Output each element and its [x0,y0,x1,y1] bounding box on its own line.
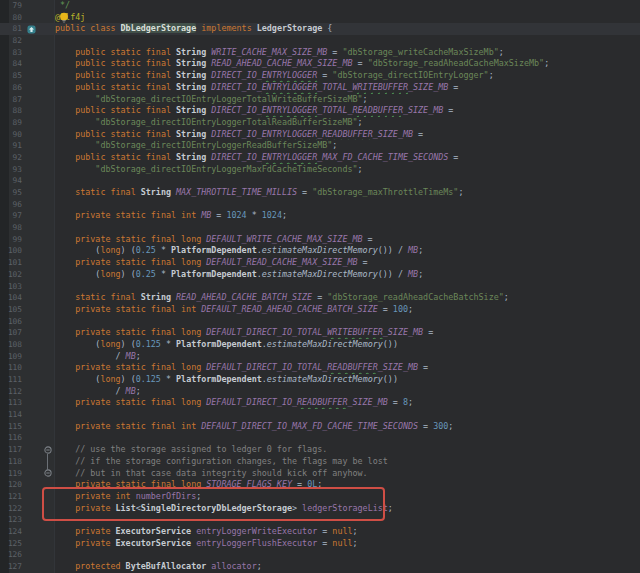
line-number[interactable]: 79 [0,0,22,12]
code-line[interactable]: 96 [0,199,640,211]
code-line[interactable]: 83 public static final String WRITE_CACH… [0,47,640,59]
line-number[interactable]: 125 [0,538,22,550]
gutter-icon-column[interactable] [22,23,40,35]
code-line[interactable]: 101 private static final long DEFAULT_RE… [0,257,640,269]
code-line[interactable]: 90 public static final String DIRECT_IO_… [0,129,640,141]
code-line[interactable]: 98 [0,222,640,234]
line-number[interactable]: 122 [0,503,22,515]
line-number[interactable]: 110 [0,362,22,374]
gutter-icon-column [22,12,40,24]
line-number[interactable]: 126 [0,549,22,561]
code-line[interactable]: 108 (long) (0.125 * PlatformDependent.es… [0,339,640,351]
code-line[interactable]: 82 [0,35,640,47]
code-line[interactable]: 91 "dbStorage_directIOEntryLoggerReadBuf… [0,140,640,152]
code-line[interactable]: 86 public static final String DIRECT_IO_… [0,82,640,94]
line-number[interactable]: 89 [0,117,22,129]
code-line[interactable]: 94 [0,175,640,187]
code-line[interactable]: 113 private static final long DEFAULT_DI… [0,397,640,409]
code-line[interactable]: 109 / MB; [0,351,640,363]
line-number[interactable]: 104 [0,292,22,304]
code-line[interactable]: 117 // use the storage assigned to ledge… [0,444,640,456]
line-number[interactable]: 106 [0,316,22,328]
line-number[interactable]: 84 [0,58,22,70]
code-token: private [55,526,116,536]
code-line[interactable]: 80@Slf4j [0,12,640,24]
code-line[interactable]: 99 private static final long DEFAULT_WRI… [0,234,640,246]
code-line[interactable]: 105 private static final int DEFAULT_REA… [0,304,640,316]
code-line[interactable]: 104 static final String READ_AHEAD_CACHE… [0,292,640,304]
line-number[interactable]: 97 [0,210,22,222]
line-number[interactable]: 98 [0,222,22,234]
code-line[interactable]: 79 */ [0,0,640,12]
code-line[interactable]: 115 private static final int DEFAULT_DIR… [0,421,640,433]
line-number[interactable]: 107 [0,327,22,339]
line-number[interactable]: 105 [0,304,22,316]
line-number[interactable]: 80 [0,12,22,24]
line-number[interactable]: 118 [0,456,22,468]
line-number[interactable]: 108 [0,339,22,351]
line-number[interactable]: 101 [0,257,22,269]
line-number[interactable]: 120 [0,479,22,491]
line-number[interactable]: 127 [0,561,22,573]
code-line[interactable]: 92 public static final String DIRECT_IO_… [0,152,640,164]
intention-bulb-icon[interactable] [59,12,69,26]
code-line[interactable]: 88 public static final String DIRECT_IO_… [0,105,640,117]
line-number[interactable]: 113 [0,397,22,409]
line-number[interactable]: 86 [0,82,22,94]
line-number[interactable]: 115 [0,421,22,433]
line-number[interactable]: 116 [0,432,22,444]
code-line[interactable]: 107 private static final long DEFAULT_DI… [0,327,640,339]
line-number[interactable]: 99 [0,234,22,246]
line-number[interactable]: 94 [0,175,22,187]
line-number[interactable]: 121 [0,491,22,503]
fold-column [40,257,55,269]
code-line[interactable]: 95 static final String MAX_THROTTLE_TIME… [0,187,640,199]
code-line[interactable]: 118 // if the storage configuration chan… [0,456,640,468]
code-line[interactable]: 116 [0,432,640,444]
line-number[interactable]: 95 [0,187,22,199]
line-number[interactable]: 123 [0,514,22,526]
code-line[interactable]: 87 "dbStorage_directIOEntryLoggerTotalWr… [0,94,640,106]
line-number[interactable]: 114 [0,409,22,421]
code-line[interactable]: 127 protected ByteBufAllocator allocator… [0,561,640,573]
code-line[interactable]: 84 public static final String READ_AHEAD… [0,58,640,70]
line-number[interactable]: 119 [0,468,22,480]
line-number[interactable]: 111 [0,374,22,386]
code-line[interactable]: 110 private static final long DEFAULT_DI… [0,362,640,374]
line-number[interactable]: 109 [0,351,22,363]
code-line[interactable]: 126 [0,549,640,561]
code-line[interactable]: 85 public static final String DIRECT_IO_… [0,70,640,82]
line-number[interactable]: 117 [0,444,22,456]
code-line[interactable]: 111 (long) (0.125 * PlatformDependent.es… [0,374,640,386]
line-number[interactable]: 90 [0,129,22,141]
code-line[interactable]: 93 "dbStorage_directIOEntryLoggerMaxFdCa… [0,164,640,176]
code-line[interactable]: 119 // but in that case data integrity s… [0,468,640,480]
code-line[interactable]: 103 [0,281,640,293]
code-line[interactable]: 97 private static final int MB = 1024 * … [0,210,640,222]
line-number[interactable]: 88 [0,105,22,117]
line-number[interactable]: 100 [0,245,22,257]
code-line[interactable]: 100 (long) (0.25 * PlatformDependent.est… [0,245,640,257]
code-line[interactable]: 112 / MB; [0,386,640,398]
code-token: = [378,304,393,314]
code-line[interactable]: 106 [0,316,640,328]
line-number[interactable]: 92 [0,152,22,164]
line-number[interactable]: 85 [0,70,22,82]
line-number[interactable]: 112 [0,386,22,398]
line-number[interactable]: 83 [0,47,22,59]
line-number[interactable]: 82 [0,35,22,47]
code-line[interactable]: 89 "dbStorage_directIOEntryLoggerTotalRe… [0,117,640,129]
code-line[interactable]: 114 [0,409,640,421]
line-number[interactable]: 124 [0,526,22,538]
code-line[interactable]: 125 private ExecutorService entryLoggerF… [0,538,640,550]
code-line[interactable]: 102 (long) (0.25 * PlatformDependent.est… [0,269,640,281]
code-line[interactable]: 124 private ExecutorService entryLoggerW… [0,526,640,538]
line-number[interactable]: 87 [0,94,22,106]
line-number[interactable]: 81 [0,23,22,35]
line-number[interactable]: 96 [0,199,22,211]
line-number[interactable]: 103 [0,281,22,293]
line-number[interactable]: 91 [0,140,22,152]
line-number[interactable]: 102 [0,269,22,281]
line-number[interactable]: 93 [0,164,22,176]
code-line[interactable]: 81public class DbLedgerStorage implement… [0,23,640,35]
